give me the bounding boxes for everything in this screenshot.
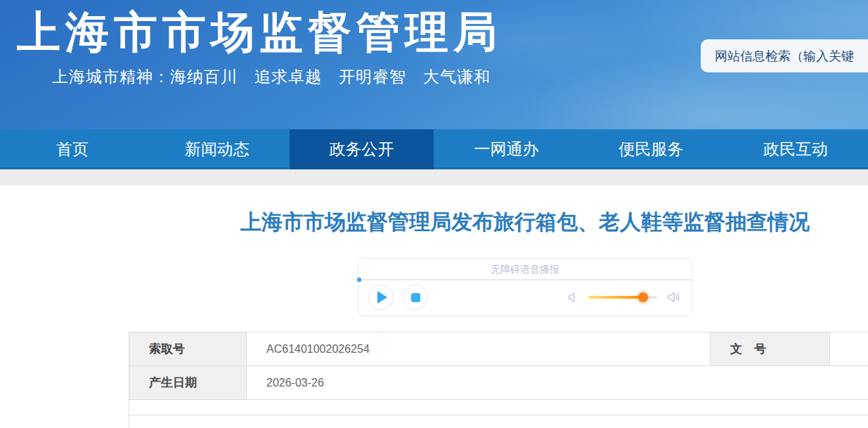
main-nav: 首页 新闻动态 政务公开 一网通办 便民服务 政民互动	[0, 129, 868, 169]
audio-progress-marker	[357, 278, 361, 282]
header-banner: 上海市市场监督管理局 上海城市精神：海纳百川 追求卓越 开明睿智 大气谦和 网站…	[0, 0, 868, 129]
volume-slider-fill	[588, 296, 644, 299]
nav-item-home[interactable]: 首页	[0, 129, 145, 169]
site-title: 上海市市场监督管理局	[17, 3, 502, 62]
volume-mute-icon[interactable]	[566, 290, 580, 304]
audio-player-header: 无障碍语音播报	[358, 259, 692, 280]
table-row: 产生日期 2026-03-26	[129, 366, 868, 400]
index-number-label: 索取号	[129, 332, 247, 366]
index-number-value: AC61401002026254	[247, 332, 711, 366]
document-meta-table: 索取号 AC61401002026254 文 号 产生日期 2026-03-26	[129, 332, 868, 428]
audio-player: 无障碍语音播报	[358, 258, 692, 316]
volume-slider[interactable]	[588, 296, 657, 299]
volume-slider-handle[interactable]	[638, 292, 648, 302]
nav-item-news[interactable]: 新闻动态	[145, 129, 290, 169]
stop-icon	[411, 293, 420, 302]
doc-number-value	[830, 332, 868, 366]
play-button[interactable]	[368, 285, 394, 310]
page: 上海市市场监督管理局 上海城市精神：海纳百川 追求卓越 开明睿智 大气谦和 网站…	[0, 0, 868, 428]
nav-item-gov-info[interactable]: 政务公开	[290, 129, 434, 169]
issue-date-label: 产生日期	[129, 366, 247, 400]
stop-button[interactable]	[403, 285, 428, 310]
play-icon	[377, 291, 387, 304]
table-row	[129, 415, 868, 428]
nav-item-interaction[interactable]: 政民互动	[723, 129, 868, 169]
nav-item-services[interactable]: 便民服务	[578, 129, 723, 169]
audio-player-title: 无障碍语音播报	[491, 264, 559, 275]
empty-row	[129, 400, 868, 415]
doc-number-label: 文 号	[711, 332, 830, 366]
table-row: 索取号 AC61401002026254 文 号	[129, 332, 868, 366]
search-placeholder-text: 网站信息检索（输入关键	[715, 48, 854, 65]
nav-item-one-stop[interactable]: 一网通办	[434, 129, 578, 169]
volume-speaker-icon[interactable]	[666, 290, 681, 305]
nav-divider-strip	[0, 169, 868, 186]
volume-controls	[566, 290, 692, 305]
article-title: 上海市市场监督管理局发布旅行箱包、老人鞋等监督抽查情况	[129, 208, 868, 237]
table-row	[129, 400, 868, 415]
issue-date-value: 2026-03-26	[247, 366, 868, 400]
audio-player-controls	[358, 280, 692, 314]
empty-row	[129, 415, 868, 428]
search-input[interactable]: 网站信息检索（输入关键	[701, 39, 868, 72]
city-spirit-slogan: 上海城市精神：海纳百川 追求卓越 开明睿智 大气谦和	[52, 66, 491, 88]
content-area: 上海市市场监督管理局发布旅行箱包、老人鞋等监督抽查情况	[129, 186, 868, 237]
